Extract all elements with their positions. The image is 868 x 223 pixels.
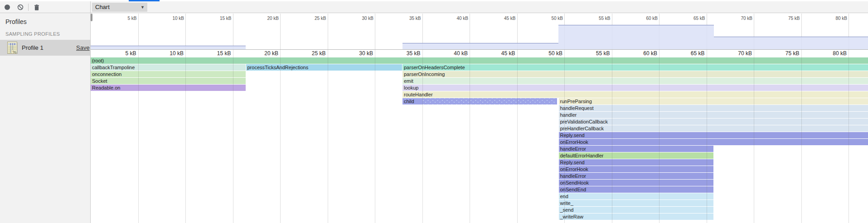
- svg-text:%: %: [13, 50, 16, 54]
